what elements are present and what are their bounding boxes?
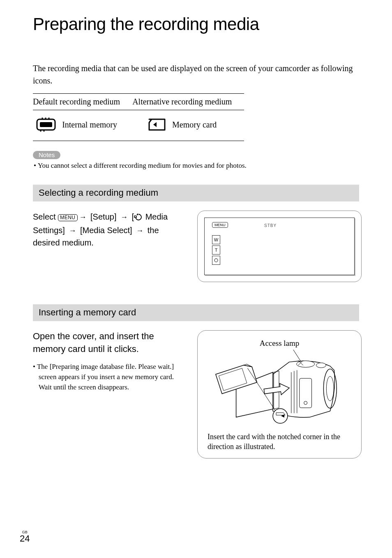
table-header-default: Default recording medium — [33, 94, 132, 110]
note-item: •You cannot select a different recording… — [33, 161, 359, 171]
svg-rect-21 — [300, 378, 312, 408]
page-number: 24 — [20, 533, 30, 544]
screen-stby-label: STBY — [264, 223, 277, 228]
preparing-note: •The [Preparing image database file. Ple… — [33, 362, 181, 392]
internal-memory-icon — [36, 118, 56, 132]
camera-illustration-frame: Access lamp — [197, 330, 362, 459]
screen-illustration: MENU STBY W T — [197, 211, 362, 282]
arrow-icon: → — [79, 213, 87, 221]
insert-caption: Insert the card with the notched corner … — [208, 432, 351, 452]
svg-marker-7 — [153, 122, 157, 127]
section-header-inserting: Inserting a memory card — [33, 304, 359, 321]
svg-point-10 — [214, 259, 218, 262]
select-instruction: Select MENU→ [Setup] → [ Media Settings]… — [33, 211, 181, 249]
arrow-icon: → — [136, 227, 143, 235]
svg-rect-9 — [134, 216, 136, 218]
media-table: Default recording medium Alternative rec… — [33, 93, 244, 141]
access-lamp-label: Access lamp — [208, 339, 351, 348]
svg-point-13 — [326, 376, 334, 401]
arrow-icon: → — [120, 213, 128, 221]
menu-button-icon: MENU — [58, 214, 77, 222]
page-title: Preparing the recording media — [33, 14, 359, 34]
svg-line-11 — [293, 350, 301, 361]
svg-marker-8 — [136, 213, 138, 215]
section-header-selecting: Selecting a recording medium — [33, 185, 359, 201]
screen-t-button: T — [212, 245, 220, 255]
svg-point-15 — [316, 363, 326, 368]
internal-memory-label: Internal memory — [62, 120, 117, 130]
memory-card-label: Memory card — [172, 120, 217, 130]
notes-badge: Notes — [33, 151, 60, 159]
screen-w-button: W — [212, 235, 220, 244]
memory-card-icon — [148, 118, 166, 132]
screen-rec-button — [212, 256, 220, 265]
arrow-icon: → — [69, 227, 76, 235]
media-settings-icon — [134, 212, 143, 224]
intro-paragraph: The recording media that can be used are… — [33, 62, 359, 87]
page-footer: GB 24 — [20, 530, 30, 543]
screen-menu-button: MENU — [212, 222, 228, 228]
svg-rect-1 — [40, 122, 52, 127]
table-header-alternative: Alternative recording medium — [132, 94, 244, 110]
open-cover-instruction: Open the cover, and insert the memory ca… — [33, 330, 181, 356]
note-text: You cannot select a different recording … — [38, 162, 247, 169]
svg-point-25 — [273, 409, 288, 424]
camera-illustration — [208, 350, 351, 428]
